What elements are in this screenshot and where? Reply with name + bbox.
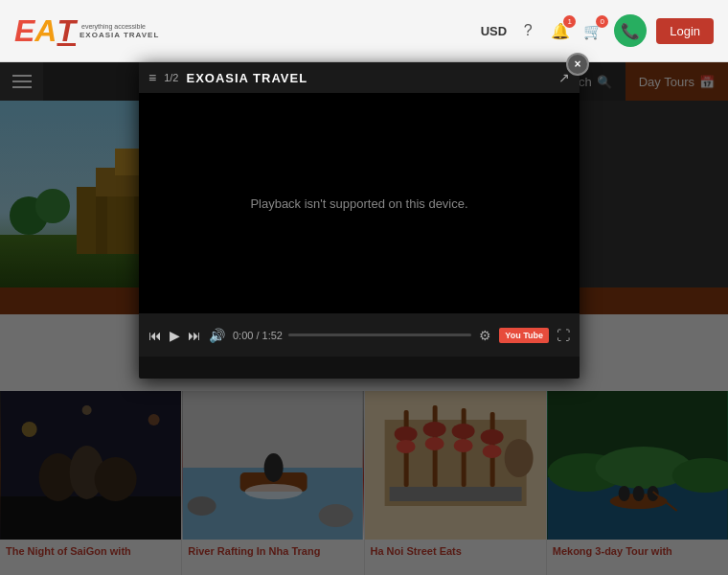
- video-counter: 1/2: [164, 72, 178, 83]
- video-mute-btn[interactable]: 🔊: [209, 328, 225, 343]
- youtube-btn[interactable]: You Tube: [499, 328, 549, 343]
- phone-btn[interactable]: 📞: [614, 14, 647, 47]
- top-right-controls: USD ? 🔔 1 🛒 0 📞 Login: [481, 14, 714, 47]
- top-bar: E A T everything accessible EXOASIA TRAV…: [0, 0, 728, 62]
- help-icon-btn[interactable]: ?: [516, 19, 539, 42]
- video-player: × ≡ 1/2 EXOASIA TRAVEL ↗ Playback isn't …: [139, 62, 580, 379]
- logo: E A T everything accessible EXOASIA TRAV…: [14, 13, 159, 49]
- video-prev-btn[interactable]: ⏮: [148, 328, 162, 343]
- video-title: EXOASIA TRAVEL: [186, 71, 307, 85]
- notification-btn[interactable]: 🔔 1: [549, 19, 572, 42]
- video-next-btn[interactable]: ⏭: [188, 328, 201, 343]
- logo-letter-r: T: [57, 13, 76, 49]
- video-settings-icon[interactable]: ⚙: [479, 328, 491, 343]
- video-time: 0:00 / 1:52: [233, 330, 283, 341]
- cart-btn[interactable]: 🛒 0: [581, 19, 604, 42]
- phone-icon: 📞: [621, 22, 640, 40]
- video-progress-area: 0:00 / 1:52: [233, 330, 471, 341]
- video-controls: ⏮ ▶ ⏭ 🔊 0:00 / 1:52 ⚙ You Tube ⛶: [139, 313, 580, 356]
- video-body: Playback isn't supported on this device.: [139, 93, 580, 313]
- fullscreen-btn[interactable]: ⛶: [557, 328, 570, 343]
- video-header: ≡ 1/2 EXOASIA TRAVEL ↗: [139, 62, 580, 93]
- logo-area: E A T everything accessible EXOASIA TRAV…: [14, 13, 159, 49]
- currency-selector[interactable]: USD: [481, 24, 507, 38]
- video-close-btn[interactable]: ×: [566, 53, 589, 76]
- video-progress-bar[interactable]: [288, 334, 471, 336]
- question-icon: ?: [524, 22, 533, 39]
- video-share-icon[interactable]: ↗: [558, 70, 570, 85]
- logo-letter-a: A: [34, 13, 57, 49]
- video-playback-message: Playback isn't supported on this device.: [250, 196, 467, 211]
- cart-badge: 0: [596, 15, 608, 28]
- login-button[interactable]: Login: [656, 18, 714, 44]
- video-header-left: ≡ 1/2 EXOASIA TRAVEL: [148, 70, 307, 85]
- logo-letter-e: E: [14, 13, 34, 49]
- video-menu-icon[interactable]: ≡: [148, 70, 156, 85]
- video-play-btn[interactable]: ▶: [170, 328, 180, 343]
- notification-badge: 1: [563, 15, 576, 28]
- logo-subtitle: everything accessible: [81, 23, 159, 31]
- logo-brand: EXOASIA TRAVEL: [80, 31, 159, 39]
